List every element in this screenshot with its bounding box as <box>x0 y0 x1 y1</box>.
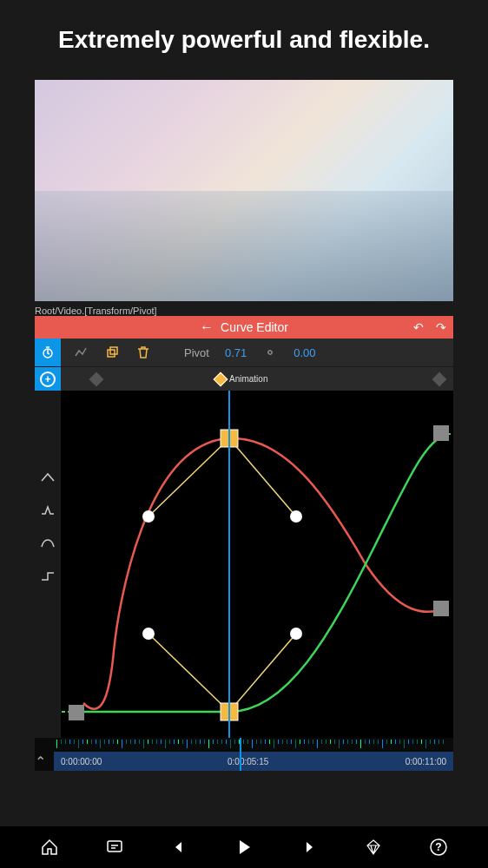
preview-frame <box>35 80 453 301</box>
keyframe-label: Animation <box>229 374 267 384</box>
toolbar-label: Pivot <box>184 346 209 359</box>
toolbar-value-2[interactable]: 0.00 <box>293 346 315 359</box>
handle-point[interactable] <box>142 510 155 523</box>
plus-circle-icon: + <box>40 372 56 387</box>
svg-line-5 <box>148 438 229 516</box>
timer-tab[interactable] <box>35 339 61 366</box>
keyframe-marker-start[interactable] <box>89 372 104 386</box>
timeline: // placeholder for ticks - rendered belo… <box>35 738 453 771</box>
graph-icon[interactable] <box>73 345 89 360</box>
page-title: Extremely powerful and flexible. <box>0 0 488 80</box>
expand-icon[interactable]: ⌃ <box>35 753 46 770</box>
play-icon[interactable] <box>232 835 256 859</box>
redo-icon[interactable]: ↷ <box>436 320 446 334</box>
help-icon[interactable]: ? <box>426 835 451 859</box>
timecode-start: 0:00:00:00 <box>61 757 102 766</box>
curve-graph[interactable] <box>61 391 453 738</box>
curve-editor-header: ← Curve Editor ↶ ↷ <box>35 316 453 339</box>
keyframe-end[interactable] <box>433 601 449 616</box>
curve-editor-panel: ← Curve Editor ↶ ↷ Pivot 0.71 <box>35 316 453 738</box>
timeline-ruler[interactable]: // placeholder for ticks - rendered belo… <box>54 738 453 752</box>
step-curve-icon[interactable] <box>39 568 56 585</box>
timeline-playhead[interactable] <box>240 738 241 771</box>
home-icon[interactable] <box>37 835 62 859</box>
back-icon[interactable]: ← <box>200 319 214 335</box>
svg-rect-9 <box>108 841 122 852</box>
curve-graph-svg <box>61 391 453 738</box>
linear-curve-icon[interactable] <box>39 469 56 486</box>
keyframe-marker-end[interactable] <box>432 372 447 386</box>
toolbar-value-1[interactable]: 0.71 <box>225 346 247 359</box>
svg-line-7 <box>148 634 229 712</box>
bezier-curve-icon[interactable] <box>39 535 56 552</box>
link-icon[interactable] <box>262 345 278 360</box>
ease-curve-icon[interactable] <box>39 502 56 519</box>
diamond-icon[interactable] <box>361 835 386 859</box>
undo-icon[interactable]: ↶ <box>413 320 424 334</box>
keyframe-end[interactable] <box>433 425 449 441</box>
svg-text:?: ? <box>435 841 441 853</box>
curve-type-sidebar <box>35 391 61 738</box>
step-back-icon[interactable] <box>167 835 191 859</box>
handle-point[interactable] <box>290 628 302 640</box>
handle-point[interactable] <box>142 628 155 640</box>
trash-icon[interactable] <box>135 345 151 360</box>
svg-line-6 <box>229 438 296 516</box>
svg-line-8 <box>229 634 296 712</box>
graph-playhead[interactable] <box>228 391 230 738</box>
curve-editor-title: Curve Editor <box>221 320 288 334</box>
curve-toolbar: Pivot 0.71 0.00 <box>35 339 453 366</box>
step-forward-icon[interactable] <box>297 835 321 859</box>
keyframe-start[interactable] <box>69 705 84 720</box>
timeline-track[interactable]: 0:00:00:00 0:00:05:15 0:00:11:00 <box>54 752 453 771</box>
chat-icon[interactable] <box>102 835 127 859</box>
keyframe-bar: + Animation <box>35 366 453 391</box>
add-keyframe-button[interactable]: + <box>35 367 61 391</box>
copy-icon[interactable] <box>104 345 120 360</box>
timecode-end: 0:00:11:00 <box>406 757 446 766</box>
timecode-current: 0:00:05:15 <box>228 757 268 766</box>
stopwatch-icon <box>41 345 55 359</box>
keyframe-marker-active[interactable] <box>214 372 228 386</box>
breadcrumb: Root/Video.[Transform/Pivot] <box>35 306 453 316</box>
bottom-nav: ? <box>0 826 488 868</box>
svg-rect-2 <box>110 347 117 354</box>
handle-point[interactable] <box>290 510 302 523</box>
video-preview[interactable] <box>35 80 453 301</box>
svg-rect-1 <box>108 350 115 357</box>
